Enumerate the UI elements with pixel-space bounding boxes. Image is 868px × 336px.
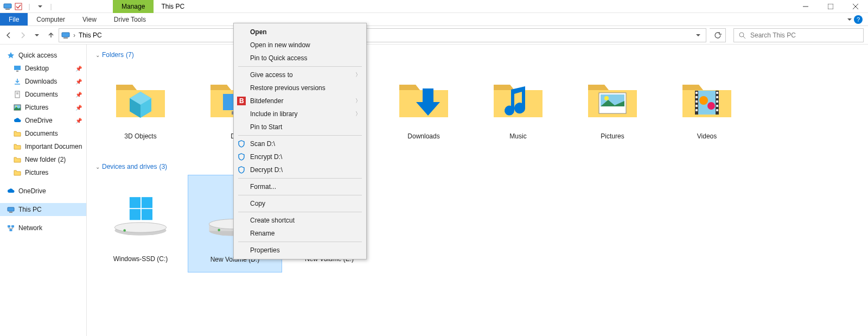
breadcrumb-sep-icon[interactable]: › — [73, 31, 75, 39]
cm-label: Open — [250, 28, 267, 36]
chevron-down-icon: ⌄ — [95, 164, 100, 170]
search-input[interactable] — [750, 31, 859, 39]
address-dropdown-icon[interactable] — [693, 31, 704, 39]
sidebar-onedrive[interactable]: OneDrive 📌 — [0, 114, 86, 127]
sidebar-label: New folder (2) — [25, 156, 66, 163]
cm-restore-previous[interactable]: Restore previous versions — [234, 81, 366, 94]
ribbon-tab-file[interactable]: File — [0, 13, 28, 26]
svg-point-18 — [16, 106, 17, 107]
nav-pane: Quick access Desktop 📌 Downloads 📌 Docum… — [0, 45, 87, 336]
folder-downloads[interactable]: Downloads — [376, 63, 471, 161]
sidebar-label: Downloads — [25, 78, 57, 85]
recent-locations-icon[interactable] — [33, 31, 41, 40]
sidebar-qa-newfolder[interactable]: New folder (2) — [0, 153, 86, 166]
svg-rect-44 — [716, 109, 718, 111]
maximize-button[interactable] — [818, 0, 843, 13]
folder-videos[interactable]: Videos — [660, 63, 754, 161]
svg-rect-47 — [130, 209, 141, 220]
svg-rect-4 — [828, 4, 833, 9]
sidebar-label: Important Documen — [25, 143, 82, 150]
cm-open[interactable]: Open — [234, 26, 366, 39]
svg-rect-7 — [62, 33, 69, 37]
star-icon — [7, 51, 15, 60]
qat-customize-icon[interactable] — [36, 2, 44, 11]
help-icon[interactable]: ? — [854, 15, 863, 24]
section-folders[interactable]: ⌄ Folders (7) — [95, 51, 861, 59]
sidebar-label: Documents — [25, 130, 58, 137]
folders-grid: 3D Objects De Downloads — [93, 63, 861, 161]
cm-bitdefender[interactable]: B Bitdefender〉 — [234, 94, 366, 107]
cm-open-new-window[interactable]: Open in new window — [234, 39, 366, 52]
item-label: 3D Objects — [124, 132, 156, 140]
folder-icon — [13, 129, 22, 138]
cm-include-in-library[interactable]: Include in library〉 — [234, 107, 366, 121]
svg-point-55 — [218, 229, 220, 231]
qat-divider: | — [25, 2, 34, 11]
sidebar-qa-documents[interactable]: Documents — [0, 127, 86, 140]
sidebar-qa-important[interactable]: Important Documen — [0, 140, 86, 153]
cm-create-shortcut[interactable]: Create shortcut — [234, 214, 366, 227]
ribbon-tab-view[interactable]: View — [74, 13, 105, 26]
cm-give-access-to[interactable]: Give access to〉 — [234, 68, 366, 81]
sidebar-downloads[interactable]: Downloads 📌 — [0, 75, 86, 88]
cm-pin-to-start[interactable]: Pin to Start — [234, 121, 366, 134]
sidebar-quick-access[interactable]: Quick access — [0, 49, 86, 62]
title-tabs: Manage This PC — [59, 0, 192, 13]
section-count: (3) — [159, 163, 167, 170]
title-bar: | | Manage This PC — [0, 0, 868, 13]
cm-encrypt[interactable]: Encrypt D:\ — [234, 150, 366, 163]
sidebar-desktop[interactable]: Desktop 📌 — [0, 62, 86, 75]
cm-label: Create shortcut — [250, 217, 295, 224]
sidebar-label: This PC — [18, 206, 42, 213]
search-box[interactable] — [733, 28, 864, 42]
cm-scan[interactable]: Scan D:\ — [234, 137, 366, 150]
refresh-button[interactable] — [710, 28, 726, 42]
shield-icon — [237, 140, 246, 148]
cm-copy[interactable]: Copy — [234, 197, 366, 210]
sidebar-pictures[interactable]: Pictures 📌 — [0, 101, 86, 114]
folder-pictures[interactable]: Pictures — [565, 63, 660, 161]
svg-point-31 — [699, 96, 708, 105]
folder-icon — [13, 168, 22, 177]
svg-rect-42 — [716, 100, 718, 103]
minimize-button[interactable] — [793, 0, 818, 13]
address-bar[interactable]: › This PC — [59, 28, 706, 42]
close-button[interactable] — [843, 0, 868, 13]
sidebar-label: Pictures — [25, 169, 48, 176]
svg-rect-22 — [11, 225, 14, 227]
folder-3dobjects[interactable]: 3D Objects — [93, 63, 188, 161]
folder-music[interactable]: Music — [471, 63, 565, 161]
up-button[interactable] — [47, 31, 55, 40]
sidebar-thispc[interactable]: This PC — [0, 203, 86, 216]
svg-rect-39 — [695, 109, 698, 111]
shield-icon — [237, 153, 246, 161]
sidebar-network[interactable]: Network — [0, 221, 86, 234]
ribbon-tab-computer[interactable]: Computer — [28, 13, 74, 26]
cm-label: Encrypt D:\ — [250, 153, 282, 161]
cm-properties[interactable]: Properties — [234, 244, 366, 257]
sidebar-documents[interactable]: Documents 📌 — [0, 88, 86, 101]
chevron-down-icon: ⌄ — [95, 52, 100, 58]
cm-format[interactable]: Format... — [234, 180, 366, 193]
cm-decrypt[interactable]: Decrypt D:\ — [234, 163, 366, 176]
section-drives[interactable]: ⌄ Devices and drives (3) — [95, 163, 861, 170]
cm-rename[interactable]: Rename — [234, 227, 366, 240]
ribbon-collapse-icon[interactable] — [847, 16, 852, 23]
sidebar-qa-pictures[interactable]: Pictures — [0, 166, 86, 179]
context-menu: Open Open in new window Pin to Quick acc… — [233, 23, 367, 259]
properties-icon[interactable] — [14, 2, 23, 11]
contextual-tab-manage[interactable]: Manage — [113, 0, 154, 13]
window-controls — [793, 0, 868, 13]
sidebar-onedrive2[interactable]: OneDrive — [0, 185, 86, 198]
cm-pin-quick-access[interactable]: Pin to Quick access — [234, 52, 366, 65]
svg-rect-2 — [15, 3, 22, 10]
forward-button[interactable] — [18, 31, 27, 40]
breadcrumb-thispc[interactable]: This PC — [79, 31, 102, 39]
svg-rect-40 — [716, 92, 718, 94]
ribbon-tab-drivetools[interactable]: Drive Tools — [105, 13, 155, 26]
cm-label: Include in library — [250, 110, 297, 118]
svg-rect-14 — [15, 91, 20, 98]
drive-c[interactable]: Windows-SSD (C:) — [93, 175, 188, 272]
back-button[interactable] — [4, 31, 13, 40]
svg-rect-48 — [142, 209, 152, 220]
